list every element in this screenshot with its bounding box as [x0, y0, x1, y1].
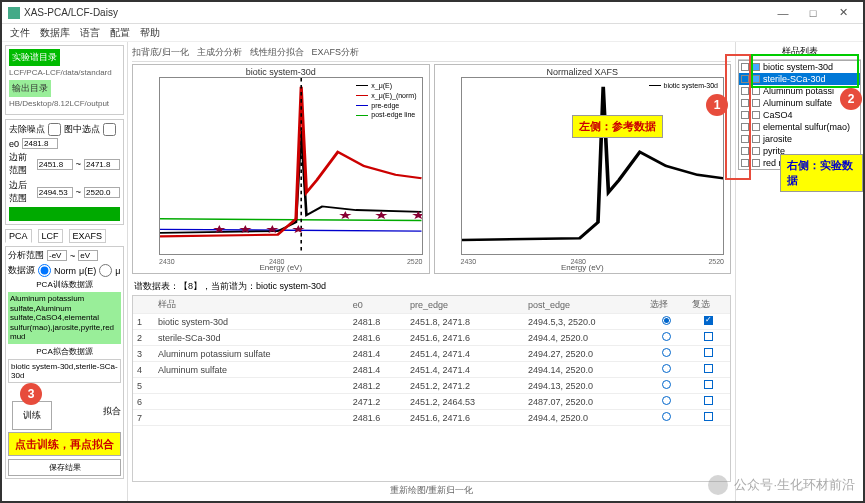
- menu-config[interactable]: 配置: [110, 26, 130, 40]
- post-lo-input[interactable]: [37, 187, 73, 198]
- range-lo-input[interactable]: [47, 250, 67, 261]
- row-checkbox[interactable]: [704, 412, 713, 421]
- list-item-label: jarosite: [763, 134, 792, 144]
- list-color-swatch: [752, 111, 760, 119]
- tab-exafs-analysis[interactable]: EXAFS分析: [312, 46, 360, 59]
- output-dir-button[interactable]: 输出目录: [9, 80, 51, 97]
- row-select-radio[interactable]: [662, 380, 671, 389]
- list-item[interactable]: jarosite: [739, 133, 860, 145]
- list-checkbox-left[interactable]: [741, 111, 749, 119]
- post-range-label: 边后范围: [9, 179, 34, 205]
- post-hi-input[interactable]: [84, 187, 120, 198]
- window-controls: — □ ✕: [769, 4, 857, 22]
- remove-noise-checkbox[interactable]: [48, 123, 61, 136]
- table-header[interactable]: e0: [349, 296, 406, 314]
- menu-help[interactable]: 帮助: [140, 26, 160, 40]
- svg-text:★: ★: [338, 209, 352, 221]
- row-checkbox[interactable]: [704, 316, 713, 325]
- menu-bar: 文件 数据库 语言 配置 帮助: [2, 24, 863, 42]
- pre-hi-input[interactable]: [84, 159, 120, 170]
- table-row[interactable]: 52481.22451.2, 2471.22494.13, 2520.0: [133, 378, 730, 394]
- table-header[interactable]: 复选: [688, 296, 730, 314]
- row-select-radio[interactable]: [662, 412, 671, 421]
- minimize-button[interactable]: —: [769, 4, 797, 22]
- redraw-footer[interactable]: 重新绘图/重新归一化: [132, 482, 731, 499]
- norm-radio[interactable]: [38, 264, 51, 277]
- row-select-radio[interactable]: [662, 332, 671, 341]
- list-checkbox-left[interactable]: [741, 87, 749, 95]
- list-color-swatch: [752, 123, 760, 131]
- table-scroll[interactable]: 样品e0pre_edgepost_edge选择复选 1biotic system…: [132, 295, 731, 482]
- mu-radio[interactable]: [99, 264, 112, 277]
- row-checkbox[interactable]: [704, 380, 713, 389]
- table-header[interactable]: 样品: [154, 296, 349, 314]
- pre-lo-input[interactable]: [37, 159, 73, 170]
- list-checkbox-left[interactable]: [741, 135, 749, 143]
- list-checkbox-left[interactable]: [741, 159, 749, 167]
- range-hi-input[interactable]: [78, 250, 98, 261]
- table-caption: 谱数据表：【8】，当前谱为：biotic system-30d: [132, 278, 731, 295]
- list-checkbox-left[interactable]: [741, 99, 749, 107]
- spectra-table: 样品e0pre_edgepost_edge选择复选 1biotic system…: [133, 296, 730, 426]
- select-point-checkbox[interactable]: [103, 123, 116, 136]
- list-item-label: Aluminum sulfate: [763, 98, 832, 108]
- table-header[interactable]: 选择: [646, 296, 688, 314]
- table-row[interactable]: 72481.62451.6, 2471.62494.4, 2520.0: [133, 410, 730, 426]
- tab-pca[interactable]: PCA: [5, 229, 32, 243]
- table-row[interactable]: 4Aluminum sulfate2481.42451.4, 2471.4249…: [133, 362, 730, 378]
- tab-exafs[interactable]: EXAFS: [69, 229, 107, 243]
- row-select-radio[interactable]: [662, 396, 671, 405]
- row-select-radio[interactable]: [662, 316, 671, 325]
- tab-lcf[interactable]: LCF: [38, 229, 63, 243]
- analysis-range-label: 分析范围: [8, 249, 44, 262]
- row-select-radio[interactable]: [662, 364, 671, 373]
- list-item[interactable]: CaSO4: [739, 109, 860, 121]
- tab-pca-analysis[interactable]: 主成分分析: [197, 46, 242, 59]
- row-checkbox[interactable]: [704, 396, 713, 405]
- e0-input[interactable]: [22, 138, 58, 149]
- row-select-radio[interactable]: [662, 348, 671, 357]
- list-color-swatch: [752, 159, 760, 167]
- list-checkbox-left[interactable]: [741, 147, 749, 155]
- pre-range-label: 边前范围: [9, 151, 34, 177]
- close-button[interactable]: ✕: [829, 4, 857, 22]
- list-color-swatch: [752, 135, 760, 143]
- table-header[interactable]: post_edge: [524, 296, 646, 314]
- output-dir-path: HB/Desktop/8.12LCF/output: [9, 99, 120, 108]
- save-result-button[interactable]: 保存结果: [8, 459, 121, 476]
- select-point-label: 图中选点: [64, 123, 100, 136]
- table-header[interactable]: pre_edge: [406, 296, 524, 314]
- apply-bar[interactable]: [9, 207, 120, 221]
- list-checkbox-left[interactable]: [741, 123, 749, 131]
- row-checkbox[interactable]: [704, 348, 713, 357]
- tab-lcf-analysis[interactable]: 线性组分拟合: [250, 46, 304, 59]
- list-item[interactable]: elemental sulfur(mao): [739, 121, 860, 133]
- table-row[interactable]: 3Aluminum potassium sulfate2481.42451.4,…: [133, 346, 730, 362]
- table-row[interactable]: 1biotic system-30d2481.82451.8, 2471.824…: [133, 314, 730, 330]
- row-checkbox[interactable]: [704, 332, 713, 341]
- list-item[interactable]: biotic system-30d: [739, 61, 860, 73]
- chart-right[interactable]: Normalized XAFS biotic system-30d Energy…: [434, 64, 732, 274]
- chart1-legend: x_μ(E) x_μ(E)_(norm) pre-edge post-edge …: [354, 79, 418, 122]
- tab-normalize[interactable]: 扣背底/归一化: [132, 46, 189, 59]
- list-checkbox-left[interactable]: [741, 75, 749, 83]
- list-checkbox-left[interactable]: [741, 63, 749, 71]
- window-title: XAS-PCA/LCF-Daisy: [24, 7, 769, 18]
- maximize-button[interactable]: □: [799, 4, 827, 22]
- experiment-dir-button[interactable]: 实验谱目录: [9, 49, 60, 66]
- fit-button[interactable]: 拟合: [103, 405, 121, 418]
- menu-file[interactable]: 文件: [10, 26, 30, 40]
- pca-train-source-box[interactable]: Aluminum potassium sulfate,Aluminum sulf…: [8, 292, 121, 344]
- pca-fit-source-label: PCA拟合数据源: [8, 346, 121, 357]
- chart-left[interactable]: biotic system-30d: [132, 64, 430, 274]
- list-item[interactable]: sterile-SCa-30d: [739, 73, 860, 85]
- table-row[interactable]: 2sterile-SCa-30d2481.62451.6, 2471.62494…: [133, 330, 730, 346]
- table-header[interactable]: [133, 296, 154, 314]
- menu-database[interactable]: 数据库: [40, 26, 70, 40]
- train-button[interactable]: 训练: [12, 401, 52, 430]
- menu-language[interactable]: 语言: [80, 26, 100, 40]
- list-item-label: Aluminum potassi: [763, 86, 834, 96]
- row-checkbox[interactable]: [704, 364, 713, 373]
- table-row[interactable]: 62471.22451.2, 2464.532487.07, 2520.0: [133, 394, 730, 410]
- pca-fit-source-box[interactable]: biotic system-30d,sterile-SCa-30d: [8, 359, 121, 383]
